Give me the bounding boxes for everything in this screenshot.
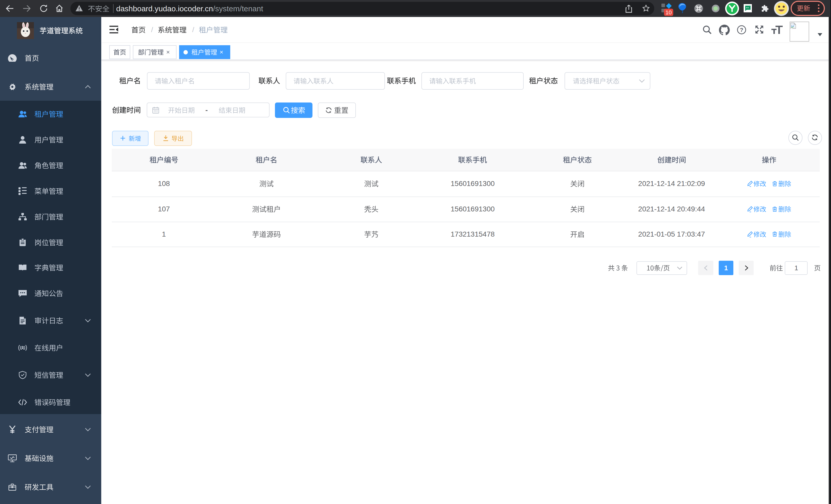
svg-text:?: ? (740, 27, 743, 33)
svg-text:10: 10 (665, 9, 672, 16)
